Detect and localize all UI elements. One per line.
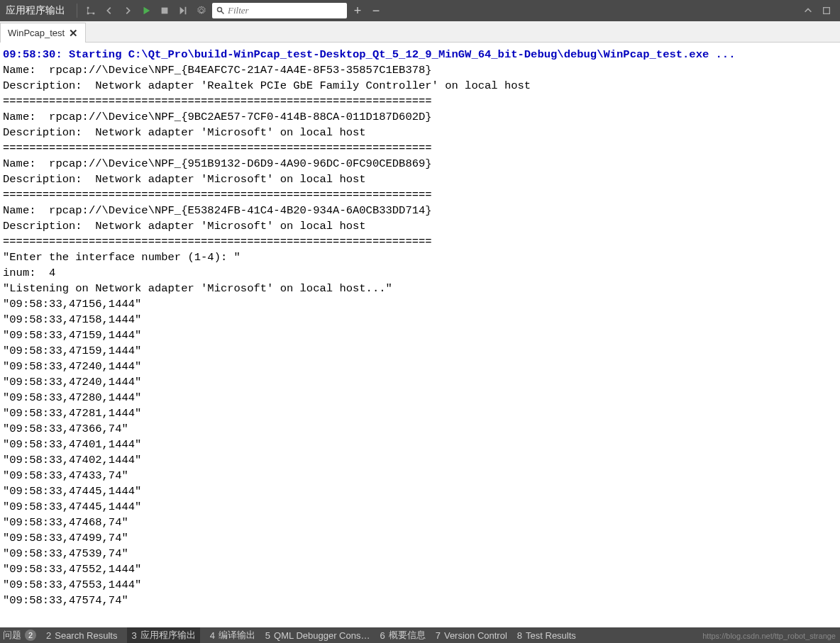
console-line: "09:58:33,47159,1444" — [3, 328, 837, 343]
filter-box[interactable] — [212, 3, 347, 18]
zoom-out-icon[interactable]: − — [368, 3, 384, 18]
console-line: "09:58:33,47366,74" — [3, 421, 837, 437]
bottom-item-label: Test Results — [526, 630, 576, 641]
console-line: "09:58:33,47499,74" — [3, 530, 837, 546]
bottom-item-num: 5 — [265, 630, 270, 641]
bottom-item-label: 概要信息 — [389, 629, 426, 642]
console-line: inum: 4 — [3, 265, 837, 281]
console-line: Name: rpcap://\Device\NPF_{9BC2AE57-7CF0… — [3, 109, 837, 125]
run-to-icon[interactable] — [175, 3, 191, 18]
bottom-item-label: 编译输出 — [219, 629, 255, 642]
console-line: Description: Network adapter 'Realtek PC… — [3, 78, 837, 94]
bottom-item-4[interactable]: 4编译输出 — [210, 629, 255, 642]
console-line: "Enter the interface number (1-4): " — [3, 250, 837, 265]
console-line: "09:58:33,47574,74" — [3, 593, 837, 608]
console-line: ========================================… — [3, 94, 837, 109]
console-line: "09:58:33,47539,74" — [3, 546, 837, 561]
console-line: Description: Network adapter 'Microsoft'… — [3, 218, 837, 234]
console-line: "09:58:33,47401,1444" — [3, 437, 837, 452]
svg-rect-3 — [162, 8, 168, 14]
bottom-item-num: 7 — [436, 630, 441, 641]
console-line: Description: Network adapter 'Microsoft'… — [3, 172, 837, 187]
svg-point-5 — [218, 8, 222, 12]
console-line: "09:58:33,47445,1444" — [3, 483, 837, 499]
run-icon[interactable] — [138, 3, 154, 18]
svg-rect-0 — [87, 7, 89, 9]
output-tabs: WinPcap_test ✕ — [0, 21, 840, 43]
bottom-item-num: 6 — [380, 630, 385, 641]
console-line: "09:58:33,47553,1444" — [3, 577, 837, 593]
bottom-item-label: QML Debugger Cons… — [274, 630, 370, 641]
console-line: "09:58:33,47281,1444" — [3, 406, 837, 421]
zoom-in-icon[interactable]: + — [350, 3, 365, 18]
bottom-item-6[interactable]: 6概要信息 — [380, 629, 425, 642]
close-icon[interactable]: ✕ — [69, 27, 78, 40]
gear-icon[interactable] — [194, 3, 209, 18]
console-line: Description: Network adapter 'Microsoft'… — [3, 125, 837, 140]
bottom-item-label: Search Results — [55, 630, 117, 641]
collapse-icon[interactable] — [800, 3, 816, 18]
bottom-item-num: 3 — [131, 630, 136, 641]
bottom-item-3[interactable]: 3应用程序输出 — [127, 627, 199, 643]
bottom-item-2[interactable]: 2Search Results — [46, 630, 117, 641]
console-output: 09:58:30: Starting C:\Qt_Pro\build-WinPc… — [0, 43, 840, 627]
console-line: "09:58:33,47468,74" — [3, 515, 837, 530]
tab-label: WinPcap_test — [8, 28, 65, 38]
maximize-icon[interactable] — [819, 3, 834, 18]
console-line: Name: rpcap://\Device\NPF_{951B9132-D6D9… — [3, 156, 837, 172]
output-toolbar: 应用程序输出 + − — [0, 0, 840, 21]
tree-icon[interactable] — [83, 3, 99, 18]
console-line: ========================================… — [3, 140, 837, 156]
bottom-issues-label: 问题 — [3, 629, 21, 642]
console-line: Name: rpcap://\Device\NPF_{B4EAFC7C-21A7… — [3, 62, 837, 78]
issues-count-badge: 2 — [25, 630, 36, 641]
panel-title: 应用程序输出 — [6, 4, 71, 17]
bottom-item-num: 8 — [517, 630, 522, 641]
console-line: "09:58:33,47280,1444" — [3, 390, 837, 406]
stop-icon[interactable] — [157, 3, 172, 18]
bottom-item-label: 应用程序输出 — [140, 629, 196, 642]
bottom-item-label: Version Control — [444, 630, 507, 641]
console-line: "09:58:33,47402,1444" — [3, 452, 837, 468]
console-line: "09:58:33,47552,1444" — [3, 561, 837, 577]
console-line: "09:58:33,47156,1444" — [3, 296, 837, 312]
bottom-item-7[interactable]: 7Version Control — [436, 630, 507, 641]
console-line: "09:58:33,47158,1444" — [3, 312, 837, 328]
console-start-line: 09:58:30: Starting C:\Qt_Pro\build-WinPc… — [3, 47, 837, 62]
console-line: ========================================… — [3, 234, 837, 250]
console-line: "09:58:33,47240,1444" — [3, 359, 837, 374]
separator — [77, 4, 77, 18]
next-icon[interactable] — [120, 3, 136, 18]
bottom-item-8[interactable]: 8Test Results — [517, 630, 576, 641]
console-line: "09:58:33,47240,1444" — [3, 374, 837, 390]
search-icon — [216, 6, 225, 15]
bottom-issues[interactable]: 问题 2 — [3, 629, 36, 642]
console-line: "09:58:33,47445,1444" — [3, 499, 837, 515]
prev-icon[interactable] — [101, 3, 117, 18]
svg-rect-6 — [824, 8, 830, 14]
console-line: ========================================… — [3, 187, 837, 203]
filter-input[interactable] — [228, 5, 343, 16]
bottom-item-5[interactable]: 5QML Debugger Cons… — [265, 630, 370, 641]
svg-rect-4 — [185, 7, 187, 15]
console-line: Name: rpcap://\Device\NPF_{E53824FB-41C4… — [3, 203, 837, 218]
watermark: https://blog.csdn.net/ttp_robot_strange — [702, 632, 836, 640]
bottom-item-num: 4 — [210, 630, 215, 641]
tab-winpcap-test[interactable]: WinPcap_test ✕ — [0, 23, 86, 43]
bottom-item-num: 2 — [46, 630, 51, 641]
console-line: "09:58:33,47159,1444" — [3, 343, 837, 359]
console-line: "Listening on Network adapter 'Microsoft… — [3, 281, 837, 296]
console-line: "09:58:33,47433,74" — [3, 468, 837, 483]
